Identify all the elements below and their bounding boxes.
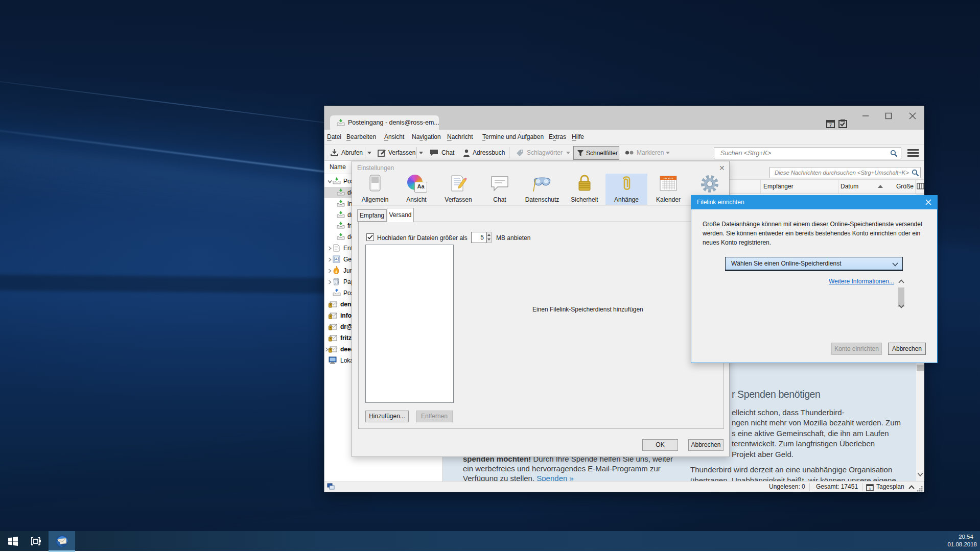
- svg-text:7: 7: [829, 123, 832, 128]
- svg-text:xxx xxxx: xxx xxxx: [664, 177, 673, 180]
- svg-text:1: 1: [869, 487, 871, 491]
